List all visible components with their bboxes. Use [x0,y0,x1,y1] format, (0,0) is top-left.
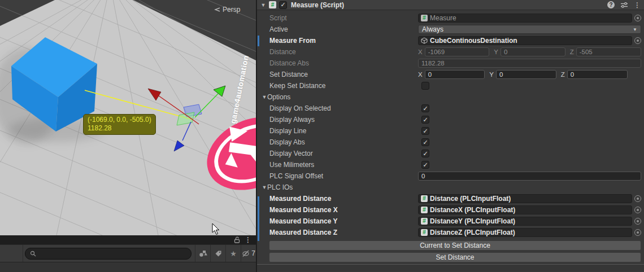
axis-z-label: Z [570,49,574,55]
row-plc-signal-offset: PLC Signal Offset 0 [257,170,644,182]
persp-axis-arrow-icon [214,7,220,12]
search-input[interactable] [39,249,186,257]
set-distance-y-input[interactable]: 0 [496,70,556,79]
set-distance-z-input[interactable]: 0 [567,70,628,79]
script-object-field[interactable]: # Measure [418,14,632,23]
row-distance: Distance X -1069 Y 0 [257,46,644,58]
measured-distance-z-object-field[interactable]: # DistanceZ (PLCInputFloat) [418,228,632,237]
scene-orientation-label[interactable]: Persp [214,6,240,14]
display-abs-checkbox[interactable]: ✓ [421,138,429,146]
object-name: DistanceY (PLCInputFloat) [430,217,515,225]
field-label: Display Line [269,127,418,135]
search-icon [30,251,36,257]
object-name: Measure [430,14,456,22]
plc-signal-offset-input[interactable]: 0 [418,172,641,181]
field-label: Measured Distance [269,195,418,203]
cube-icon [421,37,428,44]
hidden-count: 7 [251,249,255,257]
unity-editor-window: Persp game4automation (-1069.0, 0.0, -50… [0,0,644,272]
component-menu-icon[interactable]: ⋮ [634,2,641,8]
row-use-milimeters: Use Milimeters ✓ [257,159,644,170]
tag-icon [215,250,222,257]
display-always-checkbox[interactable]: ✓ [421,116,429,124]
field-label: Distance [269,48,418,56]
measured-distance-object-field[interactable]: # Distance (PLCInputFloat) [418,194,632,203]
axis-y-label: Y [494,49,498,55]
field-label: Display Always [269,116,418,124]
chevron-down-icon: ▼ [633,27,637,32]
display-vector-checkbox[interactable]: ✓ [421,150,429,157]
object-picker-icon[interactable] [634,229,641,236]
field-label: Active [269,25,418,33]
hidden-objects-button[interactable]: 7 [241,245,256,262]
scene-panel: Persp game4automation (-1069.0, 0.0, -50… [0,0,257,272]
eye-slash-icon [242,250,250,257]
csharp-script-icon: # [421,15,428,21]
object-picker-icon[interactable] [634,37,641,44]
lower-panel-body [0,262,256,272]
plc-script-icon: # [421,218,428,225]
row-script: Script # Measure [257,12,644,24]
row-measured-distance-z: Measured Distance Z # DistanceZ (PLCInpu… [257,227,644,238]
measure-from-object-field[interactable]: CubeContinousDestination [418,36,632,45]
distance-z-field: -505 [576,47,641,56]
display-on-selected-checkbox[interactable]: ✓ [421,104,429,112]
field-label: Script [269,14,418,22]
object-picker-icon[interactable] [634,207,641,213]
measured-distance-y-object-field[interactable]: # DistanceY (PLCInputFloat) [418,217,632,226]
row-measured-distance: Measured Distance # Distance (PLCInputFl… [257,193,644,204]
filter-by-type-button[interactable] [195,245,210,262]
component-header[interactable]: ▼ # ✓ Measure (Script) ? ⋮ [257,0,644,10]
component-enabled-checkbox[interactable]: ✓ [279,1,287,9]
section-label[interactable]: Options [267,93,290,101]
object-name: Distance (PLCInputFloat) [430,195,511,203]
use-milimeters-checkbox[interactable]: ✓ [421,161,429,169]
mouse-cursor [212,223,221,235]
scene-view[interactable]: Persp game4automation (-1069.0, 0.0, -50… [0,0,256,235]
axis-x-label: X [418,49,423,55]
lower-panel-toolbar: ★ 7 [0,244,256,262]
filter-by-label-button[interactable] [210,245,225,262]
tooltip-distance: 1182.28 [88,124,151,133]
field-label: Measured Distance Z [269,229,418,236]
foldout-arrow-icon[interactable]: ▼ [262,185,267,190]
options-foldout: ▼ Options [257,91,644,103]
current-to-set-distance-button[interactable]: Current to Set Distance [269,240,641,251]
foldout-arrow-icon[interactable]: ▼ [262,94,267,100]
presets-icon[interactable] [620,2,628,8]
search-box[interactable] [25,248,192,260]
axis-x-label: X [418,71,423,78]
field-label: Keep Set Distance [269,82,418,90]
favorites-button[interactable]: ★ [225,245,241,262]
plc-ios-foldout: ▼ PLC IOs [257,182,644,193]
object-name: DistanceZ (PLCInputFloat) [430,229,515,236]
field-label: PLC Signal Offset [269,172,418,180]
panel-menu-icon[interactable]: ⋮ [245,237,251,243]
distance-x-field: -1069 [425,47,490,56]
row-measured-distance-y: Measured Distance Y # DistanceY (PLCInpu… [257,216,644,227]
display-line-checkbox[interactable]: ✓ [421,127,429,135]
lower-panel-titlebar: ⋮ [0,235,256,244]
keep-set-distance-checkbox[interactable] [421,82,429,90]
help-icon[interactable]: ? [607,1,615,8]
component-foldout-icon[interactable]: ▼ [260,2,266,8]
toolbar-icon-buttons: ★ 7 [195,245,256,262]
section-label[interactable]: PLC IOs [267,183,293,191]
object-picker-icon[interactable] [634,15,641,21]
set-distance-x-input[interactable]: 0 [425,70,485,79]
object-picker-icon[interactable] [634,218,641,225]
object-picker-icon[interactable] [634,195,641,202]
tooltip-coordinates: (-1069.0, 0.0, -505.0) [88,116,151,124]
unlock-icon[interactable] [234,236,240,243]
row-display-always: Display Always ✓ [257,114,644,125]
plc-script-icon: # [421,207,428,213]
component-title: Measure (Script) [291,1,344,9]
set-distance-button[interactable]: Set Distance [269,252,641,262]
row-measure-from: Measure From CubeContinousDestination [257,35,644,46]
shapes-filter-icon [199,250,207,257]
plc-script-icon: # [421,195,428,202]
field-label: Set Distance [269,71,418,78]
axis-y-label: Y [489,71,494,78]
active-dropdown[interactable]: Always ▼ [418,25,641,34]
measured-distance-x-object-field[interactable]: # DistanceX (PLCInputFloat) [418,205,632,214]
